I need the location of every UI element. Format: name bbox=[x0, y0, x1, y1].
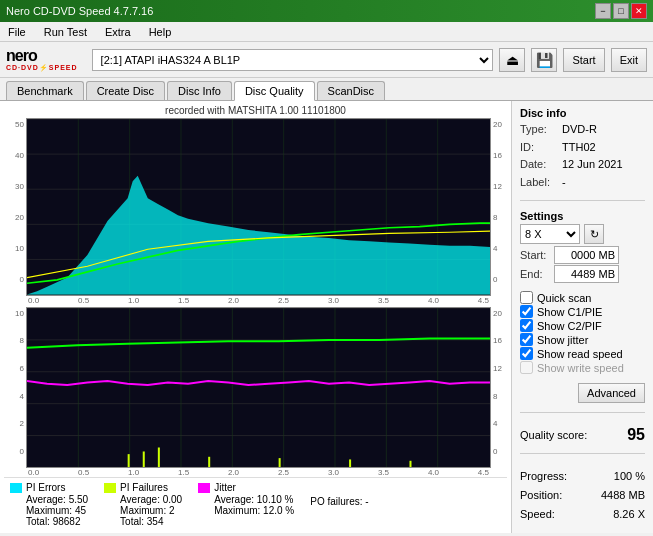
bottom-chart bbox=[26, 307, 491, 468]
sidebar: Disc info Type: DVD-R ID: TTH02 Date: 12… bbox=[511, 101, 653, 533]
jitter-group: Jitter Average: 10.10 % Maximum: 12.0 % bbox=[198, 482, 294, 527]
quick-scan-label: Quick scan bbox=[537, 292, 591, 304]
nero-logo-text: nero bbox=[6, 48, 37, 64]
title-bar-controls: − □ ✕ bbox=[595, 3, 647, 19]
svg-marker-14 bbox=[27, 176, 490, 295]
top-chart bbox=[26, 118, 491, 296]
show-c2-pif-checkbox[interactable] bbox=[520, 319, 533, 332]
tab-benchmark[interactable]: Benchmark bbox=[6, 81, 84, 100]
disc-label-value: - bbox=[562, 174, 566, 192]
settings-title: Settings bbox=[520, 210, 645, 222]
pi-errors-group: PI Errors Average: 5.50 Maximum: 45 Tota… bbox=[10, 482, 88, 527]
show-read-speed-label: Show read speed bbox=[537, 348, 623, 360]
tab-create-disc[interactable]: Create Disc bbox=[86, 81, 165, 100]
disc-label-label: Label: bbox=[520, 174, 558, 192]
menu-file[interactable]: File bbox=[4, 25, 30, 39]
title-bar: Nero CD-DVD Speed 4.7.7.16 − □ ✕ bbox=[0, 0, 653, 22]
start-button[interactable]: Start bbox=[563, 48, 604, 72]
divider-2 bbox=[520, 412, 645, 413]
svg-rect-29 bbox=[128, 454, 130, 467]
bottom-chart-y-axis-right: 201612840 bbox=[491, 307, 507, 468]
progress-row: Progress: 100 % bbox=[520, 467, 645, 486]
type-label: Type: bbox=[520, 121, 558, 139]
advanced-button[interactable]: Advanced bbox=[578, 383, 645, 403]
app-title: Nero CD-DVD Speed 4.7.7.16 bbox=[6, 5, 153, 17]
top-x-axis: 0.00.51.01.52.02.53.03.54.04.5 bbox=[4, 296, 507, 305]
show-jitter-label: Show jitter bbox=[537, 334, 588, 346]
exit-button[interactable]: Exit bbox=[611, 48, 647, 72]
pi-failures-max-value: 2 bbox=[169, 505, 175, 516]
minimize-button[interactable]: − bbox=[595, 3, 611, 19]
pi-errors-max-label: Maximum: bbox=[26, 505, 72, 516]
title-bar-left: Nero CD-DVD Speed 4.7.7.16 bbox=[6, 5, 153, 17]
speed-select[interactable]: 8 X bbox=[520, 224, 580, 244]
show-write-speed-row: Show write speed bbox=[520, 361, 645, 374]
menu-help[interactable]: Help bbox=[145, 25, 176, 39]
jitter-legend bbox=[198, 483, 210, 493]
speed-row: 8 X ↻ bbox=[520, 224, 645, 244]
tab-disc-quality[interactable]: Disc Quality bbox=[234, 81, 315, 101]
start-input[interactable] bbox=[554, 246, 619, 264]
drive-select[interactable]: [2:1] ATAPI iHAS324 A BL1P bbox=[92, 49, 494, 71]
show-read-speed-checkbox[interactable] bbox=[520, 347, 533, 360]
tabs: Benchmark Create Disc Disc Info Disc Qua… bbox=[0, 78, 653, 101]
show-c2-pif-label: Show C2/PIF bbox=[537, 320, 602, 332]
jitter-avg-label: Average: bbox=[214, 494, 254, 505]
settings-section: Settings 8 X ↻ Start: End: bbox=[520, 210, 645, 284]
end-input[interactable] bbox=[554, 265, 619, 283]
speed-row-progress: Speed: 8.26 X bbox=[520, 505, 645, 524]
show-c1-pie-checkbox[interactable] bbox=[520, 305, 533, 318]
pi-failures-group: PI Failures Average: 0.00 Maximum: 2 Tot… bbox=[104, 482, 182, 527]
jitter-max-label: Maximum: bbox=[214, 505, 260, 516]
pi-errors-values: Average: 5.50 Maximum: 45 Total: 98682 bbox=[10, 494, 88, 527]
maximize-button[interactable]: □ bbox=[613, 3, 629, 19]
disc-id-row: ID: TTH02 bbox=[520, 139, 645, 157]
menu-run-test[interactable]: Run Test bbox=[40, 25, 91, 39]
start-label: Start: bbox=[520, 249, 550, 261]
eject-button[interactable]: ⏏ bbox=[499, 48, 525, 72]
quick-scan-checkbox[interactable] bbox=[520, 291, 533, 304]
show-jitter-row: Show jitter bbox=[520, 333, 645, 346]
quality-score-row: Quality score: 95 bbox=[520, 426, 645, 444]
show-read-speed-row: Show read speed bbox=[520, 347, 645, 360]
show-jitter-checkbox[interactable] bbox=[520, 333, 533, 346]
start-row: Start: bbox=[520, 246, 645, 264]
charts-container: 50403020100 bbox=[4, 118, 507, 477]
pi-failures-avg-label: Average: bbox=[120, 494, 160, 505]
pi-failures-total-label: Total: bbox=[120, 516, 144, 527]
pi-errors-max-value: 45 bbox=[75, 505, 86, 516]
date-label: Date: bbox=[520, 156, 558, 174]
position-value: 4488 MB bbox=[601, 486, 645, 505]
svg-rect-30 bbox=[143, 451, 145, 467]
position-label: Position: bbox=[520, 486, 562, 505]
bottom-chart-svg bbox=[27, 308, 490, 467]
save-button[interactable]: 💾 bbox=[531, 48, 557, 72]
po-failures-group: PO failures: - bbox=[310, 482, 368, 527]
divider-1 bbox=[520, 200, 645, 201]
id-value: TTH02 bbox=[562, 139, 596, 157]
tab-disc-info[interactable]: Disc Info bbox=[167, 81, 232, 100]
disc-label-row: Label: - bbox=[520, 174, 645, 192]
pi-failures-total-value: 354 bbox=[147, 516, 164, 527]
checkboxes-section: Quick scan Show C1/PIE Show C2/PIF Show … bbox=[520, 290, 645, 375]
tab-scan-disc[interactable]: ScanDisc bbox=[317, 81, 385, 100]
divider-3 bbox=[520, 453, 645, 454]
pi-failures-max-label: Maximum: bbox=[120, 505, 166, 516]
top-chart-y-axis-right: 201612840 bbox=[491, 118, 507, 296]
main-content: recorded with MATSHITA 1.00 11101800 504… bbox=[0, 101, 653, 533]
po-failures-value: - bbox=[365, 496, 368, 507]
refresh-button[interactable]: ↻ bbox=[584, 224, 604, 244]
id-label: ID: bbox=[520, 139, 558, 157]
menu-extra[interactable]: Extra bbox=[101, 25, 135, 39]
close-button[interactable]: ✕ bbox=[631, 3, 647, 19]
pi-errors-label: PI Errors bbox=[26, 482, 65, 493]
svg-rect-33 bbox=[279, 458, 281, 467]
end-row: End: bbox=[520, 265, 645, 283]
svg-rect-35 bbox=[409, 460, 411, 467]
quality-score-value: 95 bbox=[627, 426, 645, 444]
svg-rect-34 bbox=[349, 459, 351, 467]
disc-type-row: Type: DVD-R bbox=[520, 121, 645, 139]
end-label: End: bbox=[520, 268, 550, 280]
speed-value: 8.26 X bbox=[613, 505, 645, 524]
jitter-max-value: 12.0 % bbox=[263, 505, 294, 516]
